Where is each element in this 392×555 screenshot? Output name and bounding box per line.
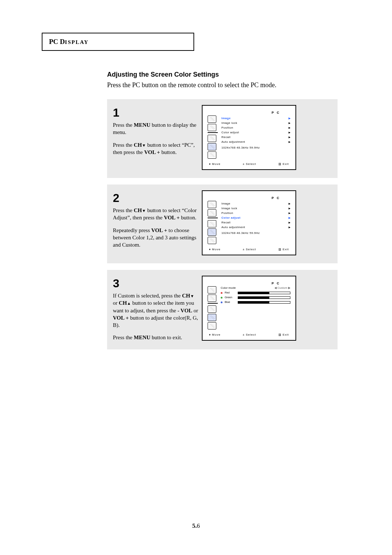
- step-2-text: 2 Press the CH▼ button to select “Color …: [113, 190, 202, 255]
- osd-item: Auto adjustment▶: [221, 225, 290, 230]
- osd-footer-move: Move: [209, 333, 221, 336]
- osd-footer-exit: Exit: [278, 248, 289, 251]
- osd-icon: [208, 201, 216, 208]
- osd-icon-selected: [208, 143, 216, 150]
- osd-icon: [208, 295, 216, 302]
- osd-icon: [208, 135, 216, 142]
- osd-icon-selected: [208, 314, 216, 321]
- osd-title: P C: [208, 111, 290, 114]
- osd-icon: [208, 220, 216, 227]
- osd-item: Image lock▶: [221, 121, 290, 125]
- osd-item: Recall▶: [221, 135, 290, 139]
- osd-sidebar-icons: [208, 116, 218, 159]
- osd-menu-list: Image▶ Image lock▶ Position▶ Color adjus…: [221, 201, 290, 244]
- slider: [238, 292, 290, 294]
- osd-footer-select: Select: [243, 333, 256, 336]
- osd-slider-green: Green: [221, 295, 290, 300]
- step-1-text: 1 Press the MENU button to display the m…: [113, 105, 202, 170]
- osd-item: Color adjust▶: [221, 130, 290, 135]
- red-dot-icon: [221, 292, 222, 294]
- osd-item-image: Image▶: [221, 116, 290, 121]
- osd-resolution: 1024x768 48.3kHz 59.9Hz: [221, 146, 290, 149]
- osd-footer-select: Select: [243, 248, 256, 251]
- osd-title: P C: [208, 196, 290, 200]
- osd-footer-select: Select: [243, 162, 256, 166]
- step-card-3: 3 If Custom is selected, press the CH▼ o…: [107, 270, 338, 349]
- osd-item: Recall▶: [221, 220, 290, 225]
- osd-icon: [208, 209, 216, 216]
- step-number: 1: [113, 105, 198, 121]
- osd-footer-exit: Exit: [278, 162, 289, 166]
- osd-item-color-adjust: Color adjust▶: [221, 216, 290, 220]
- osd-sidebar-icons: [208, 201, 218, 244]
- step-number: 3: [113, 276, 198, 291]
- osd-color-panel: Color mode ◀ Custom ▶ Red Green: [221, 286, 290, 329]
- green-dot-icon: [221, 297, 222, 299]
- osd-screenshot-3: P C Color mode: [202, 276, 296, 341]
- osd-item: Image lock▶: [221, 206, 290, 211]
- osd-icon: [208, 237, 216, 244]
- osd-slider-red: Red: [221, 291, 290, 295]
- osd-footer: Move Select Exit: [208, 248, 290, 251]
- slider: [238, 296, 290, 299]
- osd-item: Position▶: [221, 211, 290, 215]
- osd-icon: [208, 151, 216, 159]
- osd-slider-blue: Blue: [221, 300, 290, 304]
- osd-icon-selected: [208, 228, 216, 236]
- osd-icon: [208, 124, 216, 131]
- step-card-2: 2 Press the CH▼ button to select “Color …: [107, 185, 338, 263]
- osd-footer-move: Move: [209, 162, 221, 166]
- section-header: PC DISPLAY: [49, 38, 89, 45]
- osd-screenshot-2: P C Image▶ Image lock▶: [202, 190, 296, 255]
- osd-color-mode-row: Color mode ◀ Custom ▶: [221, 286, 290, 289]
- osd-title: P C: [208, 281, 290, 285]
- osd-icon: [208, 286, 216, 293]
- osd-resolution: 1024x768 48.3kHz 59.9Hz: [221, 231, 290, 235]
- osd-footer: Move Select Exit: [208, 162, 290, 166]
- blue-dot-icon: [221, 301, 222, 303]
- step-card-1: 1 Press the MENU button to display the m…: [107, 99, 338, 178]
- section-header-box: PC DISPLAY: [42, 33, 194, 51]
- intro-text: Press the PC button on the remote contro…: [107, 81, 339, 89]
- osd-item: Auto adjustment▶: [221, 140, 290, 144]
- page-number: 5.6: [0, 522, 392, 530]
- osd-footer: Move Select Exit: [208, 333, 290, 336]
- osd-item: Position▶: [221, 126, 290, 130]
- osd-icon: [208, 116, 216, 123]
- osd-icon: [208, 305, 216, 313]
- slider: [238, 301, 290, 304]
- osd-footer-exit: Exit: [278, 333, 289, 336]
- osd-sidebar-icons: [208, 286, 218, 329]
- osd-item: Image▶: [221, 202, 290, 206]
- sub-heading: Adjusting the Screen Color Settings: [107, 71, 339, 78]
- osd-footer-move: Move: [209, 248, 221, 251]
- step-number: 2: [113, 190, 198, 206]
- osd-screenshot-1: P C Image▶ Image lock▶: [202, 105, 296, 170]
- osd-icon: [208, 322, 216, 329]
- step-3-text: 3 If Custom is selected, press the CH▼ o…: [113, 276, 202, 341]
- osd-menu-list: Image▶ Image lock▶ Position▶ Color adjus…: [221, 116, 290, 159]
